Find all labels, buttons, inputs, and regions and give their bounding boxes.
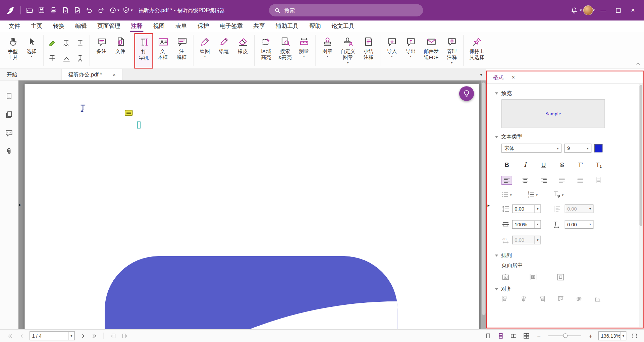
align-objects-middle-button[interactable] [576, 295, 583, 302]
menu-tab-share[interactable]: 共享 [248, 20, 270, 32]
justify-button[interactable] [557, 176, 568, 185]
continuous-facing-view-button[interactable] [521, 331, 531, 340]
dropdown-caret[interactable]: ▾ [31, 55, 33, 58]
underline-tool-icon[interactable] [76, 39, 85, 47]
menu-tab-esign[interactable]: 电子签章 [214, 20, 248, 32]
arrange-section-header[interactable]: 排列 [495, 252, 643, 259]
insert-text-tool-icon[interactable] [62, 54, 70, 62]
align-section-header[interactable]: 对齐 [495, 285, 643, 293]
underline-button[interactable]: U [538, 159, 549, 170]
bookmarks-panel-button[interactable] [5, 92, 13, 100]
ribbon-collapse-button[interactable] [635, 61, 641, 66]
char-offset-field[interactable]: 0.00▾ [512, 236, 541, 244]
center-horizontal-button[interactable] [501, 273, 509, 281]
continuous-view-button[interactable] [496, 331, 505, 340]
tab-start[interactable]: 开始 [0, 69, 62, 80]
previous-view-button[interactable] [108, 331, 118, 340]
tool-email-fdf[interactable]: 邮件发 送FDF [420, 34, 442, 68]
next-view-button[interactable] [119, 331, 129, 340]
menu-tab-comment[interactable]: 注释 [126, 20, 148, 32]
align-right-button[interactable] [538, 176, 549, 185]
menu-tab-convert[interactable]: 转换 [48, 20, 70, 32]
squiggly-tool-icon[interactable] [62, 39, 70, 47]
dropdown-caret[interactable]: ▾ [410, 55, 412, 58]
tool-summarize-comments[interactable]: 小结 注释 [359, 34, 378, 68]
strikeout-tool-icon[interactable] [48, 54, 56, 62]
dropdown-caret[interactable]: ▾ [347, 61, 349, 64]
dropdown-caret[interactable]: ▾ [303, 55, 305, 58]
panel-tab-format[interactable]: 格式 [493, 74, 503, 81]
pdf-page[interactable] [24, 84, 479, 329]
dropdown-caret[interactable]: ▾ [510, 194, 512, 197]
account-dropdown-caret[interactable]: ▾ [593, 8, 595, 12]
align-objects-center-button[interactable] [520, 295, 527, 302]
char-spacing-field[interactable]: 0.00▾ [565, 220, 594, 229]
comments-panel-button[interactable] [5, 129, 13, 137]
page-number-input[interactable]: 1 / 4 ▾ [30, 331, 75, 340]
distribute-button[interactable] [593, 176, 604, 185]
redo-button[interactable] [95, 4, 107, 16]
zoom-level-select[interactable]: 136.13% ▾ [598, 331, 626, 340]
tab-close-icon[interactable]: × [113, 72, 116, 77]
tool-eraser[interactable]: 橡皮 [233, 34, 252, 68]
dropdown-caret[interactable]: ▾ [554, 144, 561, 152]
note-annotation-icon[interactable] [125, 110, 132, 116]
attachments-panel-button[interactable] [5, 148, 13, 156]
text-direction-button[interactable]: ▾ [553, 190, 564, 198]
tool-keep-tool-selected[interactable]: 保持工 具选择 [466, 34, 488, 68]
zoom-slider[interactable] [548, 335, 581, 336]
print-button[interactable] [47, 4, 59, 16]
prev-page-button[interactable] [16, 331, 26, 340]
close-button[interactable]: × [626, 4, 640, 17]
protect-dropdown-caret[interactable]: ▾ [131, 8, 133, 12]
menu-tab-form[interactable]: 表单 [170, 20, 192, 32]
sign-button[interactable] [71, 4, 83, 16]
line-spacing-field[interactable]: 0.00▾ [512, 205, 541, 213]
tool-callout[interactable]: 注 释框 [172, 34, 191, 68]
align-objects-top-button[interactable] [557, 295, 564, 302]
preview-section-header[interactable]: 预览 [495, 90, 643, 97]
assistant-fab[interactable] [459, 86, 474, 101]
tool-stamp[interactable]: 图章▾ [318, 34, 337, 68]
dropdown-caret[interactable]: ▾ [204, 55, 206, 58]
dropdown-caret[interactable]: ▾ [451, 61, 452, 64]
search-box[interactable] [269, 4, 423, 16]
font-family-select[interactable]: 宋体 ▾ [501, 144, 561, 153]
dropdown-caret[interactable]: ▾ [536, 194, 538, 197]
next-page-button[interactable] [78, 331, 88, 340]
dropdown-caret[interactable]: ▾ [391, 55, 393, 58]
horizontal-scale-field[interactable]: 100%▾ [512, 220, 541, 229]
zoom-out-button[interactable]: − [534, 331, 544, 340]
dropdown-caret[interactable]: ▾ [584, 144, 591, 152]
tool-search-highlight[interactable]: 搜索 &高亮 [276, 34, 294, 68]
zoom-in-button[interactable]: + [586, 331, 595, 340]
dropdown-caret[interactable]: ▾ [326, 55, 328, 58]
scrollbar-thumb[interactable] [482, 82, 485, 315]
menu-tab-accessibility[interactable]: 辅助工具 [270, 20, 304, 32]
align-center-button[interactable] [520, 176, 531, 185]
align-objects-bottom-button[interactable] [594, 295, 601, 302]
export-button[interactable] [59, 4, 71, 16]
tool-pencil[interactable]: 铅笔 [214, 34, 233, 68]
panel-vertical-scrollbar[interactable] [639, 84, 643, 327]
history-button[interactable] [107, 4, 119, 16]
tool-area-highlight[interactable]: 区域 高亮 [257, 34, 275, 68]
font-size-select[interactable]: 9 ▾ [564, 144, 591, 153]
tool-import-comments[interactable]: 导入▾ [382, 34, 401, 68]
menu-tab-paper-tools[interactable]: 论文工具 [326, 20, 360, 32]
subscript-button[interactable]: T₁ [593, 159, 604, 170]
protect-button[interactable] [120, 4, 132, 16]
dropdown-caret[interactable]: ▾ [620, 332, 626, 340]
text-type-section-header[interactable]: 文本类型 [495, 133, 643, 140]
strikethrough-button[interactable]: S [557, 159, 568, 170]
first-page-button[interactable] [5, 331, 15, 340]
tool-hand[interactable]: 手型 工具 [3, 34, 22, 68]
minimize-button[interactable]: — [596, 4, 610, 17]
scrollbar-thumb[interactable] [640, 85, 643, 226]
typewriter-text-caret[interactable] [137, 121, 141, 128]
panel-close-button[interactable]: × [512, 74, 515, 80]
distribute-horizontal-button[interactable] [529, 273, 537, 281]
history-dropdown-caret[interactable]: ▾ [117, 8, 119, 12]
last-page-button[interactable] [90, 331, 99, 340]
tool-measure[interactable]: 测量▾ [294, 34, 313, 68]
